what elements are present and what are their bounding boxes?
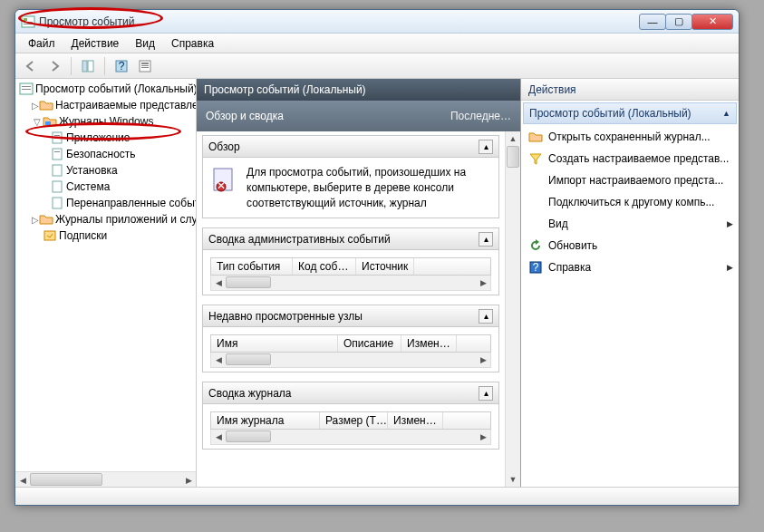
back-button[interactable] [21, 56, 41, 76]
tree-hscrollbar[interactable]: ◀ ▶ [15, 471, 196, 487]
menu-file[interactable]: Файл [21, 35, 63, 52]
actions-group-header[interactable]: Просмотр событий (Локальный) ▲ [523, 102, 737, 124]
svg-rect-11 [141, 67, 149, 68]
tree-item-security[interactable]: Безопасность [15, 146, 196, 162]
minimize-button[interactable]: — [639, 14, 666, 30]
action-label: Обновить [548, 239, 733, 252]
scroll-right-icon[interactable]: ▶ [476, 353, 490, 366]
statusbar [15, 487, 739, 505]
menu-view[interactable]: Вид [128, 35, 162, 52]
expander-icon[interactable]: ▽ [32, 117, 43, 127]
scroll-left-icon[interactable]: ◀ [15, 472, 30, 487]
scroll-thumb[interactable] [226, 353, 271, 365]
action-open-saved-log[interactable]: Открыть сохраненный журнал... [521, 126, 739, 148]
tree-pane: Просмотр событий (Локальный) ▷ Настраива… [15, 79, 197, 487]
section-header[interactable]: Сводка административных событий ▴ [203, 228, 498, 250]
table-hscrollbar[interactable]: ◀ ▶ [210, 353, 491, 368]
forward-button[interactable] [44, 56, 64, 76]
tree-item-app-services-logs[interactable]: ▷ Журналы приложений и служб [15, 211, 196, 227]
col-size[interactable]: Размер (Т… [320, 412, 388, 429]
scroll-thumb[interactable] [226, 276, 271, 288]
scroll-left-icon[interactable]: ◀ [211, 353, 226, 366]
tree-item-system[interactable]: Система [15, 179, 196, 195]
folder-icon [39, 212, 53, 227]
tree-item-forwarded[interactable]: Перенаправленные события [15, 195, 196, 211]
help-button[interactable]: ? [111, 56, 131, 76]
col-name[interactable]: Имя [211, 335, 338, 352]
tree[interactable]: Просмотр событий (Локальный) ▷ Настраива… [15, 79, 196, 471]
svg-rect-23 [53, 198, 62, 208]
action-view[interactable]: Вид ▶ [521, 213, 739, 235]
tree-item-label: Система [66, 180, 110, 193]
tree-item-application[interactable]: Приложение [15, 130, 196, 146]
svg-rect-20 [54, 151, 60, 152]
svg-rect-1 [24, 18, 27, 21]
tree-item-custom-views[interactable]: ▷ Настраиваемые представления [15, 97, 196, 113]
action-label: Открыть сохраненный журнал... [548, 131, 733, 143]
center-vscrollbar[interactable]: ▲ ▼ [505, 131, 520, 487]
expander-icon[interactable]: ▷ [32, 101, 39, 111]
action-create-custom-view[interactable]: Создать настраиваемое представ... [521, 148, 739, 169]
scroll-up-icon[interactable]: ▲ [506, 131, 520, 146]
log-icon [50, 196, 64, 210]
col-description[interactable]: Описание [338, 335, 401, 352]
scroll-thumb[interactable] [507, 146, 519, 168]
svg-rect-15 [45, 121, 51, 125]
scroll-left-icon[interactable]: ◀ [211, 276, 226, 289]
table-headers[interactable]: Имя журнала Размер (Т… Измен… [210, 411, 491, 430]
chevron-right-icon: ▶ [727, 263, 733, 272]
svg-rect-4 [82, 61, 87, 72]
section-log-summary: Сводка журнала ▴ Имя журнала Размер (Т… … [202, 382, 499, 450]
section-overview: Обзор ▴ ✕ Для просмотра событий, произош… [202, 135, 499, 218]
tree-item-windows-logs[interactable]: ▽ Журналы Windows [15, 113, 196, 130]
table-hscrollbar[interactable]: ◀ ▶ [210, 430, 491, 445]
collapse-icon[interactable]: ▲ [722, 109, 730, 118]
section-title: Обзор [208, 140, 240, 153]
titlebar[interactable]: Просмотр событий — ▢ ✕ [15, 10, 739, 34]
show-tree-button[interactable] [78, 56, 98, 76]
tree-item-setup[interactable]: Установка [15, 162, 196, 179]
overview-text: Для просмотра событий, произошедших на к… [247, 165, 491, 210]
scroll-thumb[interactable] [30, 473, 102, 486]
tree-root[interactable]: Просмотр событий (Локальный) [15, 81, 196, 97]
scroll-right-icon[interactable]: ▶ [476, 276, 490, 289]
collapse-icon[interactable]: ▴ [479, 309, 493, 324]
action-refresh[interactable]: Обновить [521, 235, 739, 256]
action-help[interactable]: ? Справка ▶ [521, 256, 739, 278]
section-header[interactable]: Сводка журнала ▴ [203, 382, 498, 404]
action-connect-computer[interactable]: Подключиться к другому компь... [521, 191, 739, 213]
tree-item-label: Приложение [66, 131, 130, 144]
tree-item-subscriptions[interactable]: Подписки [15, 227, 196, 244]
table-headers[interactable]: Тип события Код соб… Источник [210, 257, 491, 276]
info-icon: ✕ [210, 165, 239, 194]
props-icon[interactable] [135, 56, 155, 76]
col-modified[interactable]: Измен… [401, 335, 457, 352]
scroll-thumb[interactable] [226, 430, 271, 442]
expander-icon[interactable]: ▷ [32, 215, 39, 225]
action-import-custom-view[interactable]: Импорт настраиваемого предста... [521, 169, 739, 191]
section-header[interactable]: Обзор ▴ [203, 136, 498, 158]
scroll-right-icon[interactable]: ▶ [476, 430, 490, 443]
close-button[interactable]: ✕ [691, 14, 733, 30]
svg-rect-19 [53, 149, 62, 160]
actions-pane: Действия Просмотр событий (Локальный) ▲ … [521, 79, 739, 487]
collapse-icon[interactable]: ▴ [479, 386, 493, 401]
section-header[interactable]: Недавно просмотренные узлы ▴ [203, 305, 498, 327]
col-source[interactable]: Источник [356, 258, 414, 275]
table-headers[interactable]: Имя Описание Измен… [210, 334, 491, 353]
scroll-right-icon[interactable]: ▶ [181, 472, 196, 487]
scroll-left-icon[interactable]: ◀ [211, 430, 226, 443]
menu-help[interactable]: Справка [164, 35, 221, 52]
col-log-name[interactable]: Имя журнала [211, 412, 320, 429]
collapse-icon[interactable]: ▴ [479, 232, 493, 247]
col-event-type[interactable]: Тип события [211, 258, 293, 275]
action-label: Вид [548, 218, 721, 230]
col-modified[interactable]: Измен… [388, 412, 443, 429]
scroll-down-icon[interactable]: ▼ [506, 472, 520, 487]
collapse-icon[interactable]: ▴ [479, 140, 493, 154]
actions-title: Действия [528, 83, 576, 96]
menu-action[interactable]: Действие [64, 35, 127, 52]
table-hscrollbar[interactable]: ◀ ▶ [210, 276, 491, 291]
maximize-button[interactable]: ▢ [665, 14, 692, 30]
col-event-id[interactable]: Код соб… [293, 258, 356, 275]
